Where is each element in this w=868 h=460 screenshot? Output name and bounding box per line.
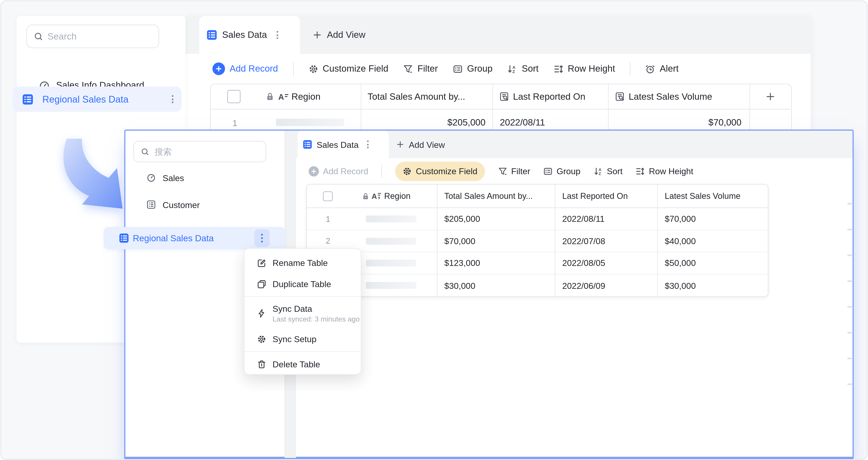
bg-tab-sales-data[interactable]: Sales Data <box>199 16 300 54</box>
bg-header-last-label: Last Reported On <box>513 91 585 102</box>
fg-row-last-cell[interactable]: 2022/08/11 <box>555 208 658 230</box>
gear-icon <box>403 167 412 176</box>
group-icon <box>544 167 553 176</box>
row-number: 1 <box>326 214 330 223</box>
bg-toolbar: Add Record Customize Field Filter Group … <box>186 54 811 84</box>
bg-row1-last-cell[interactable]: 2022/08/11 <box>493 110 609 130</box>
bg-group-label: Group <box>467 64 492 74</box>
fg-filter-button[interactable]: Filter <box>498 166 530 176</box>
region-placeholder-bar <box>366 238 416 245</box>
fg-row-latest-cell[interactable]: $50,000 <box>658 252 768 275</box>
fg-search-box[interactable] <box>133 141 266 162</box>
table-icon-gray <box>147 200 156 209</box>
menu-divider <box>245 351 361 352</box>
bg-filter-button[interactable]: Filter <box>403 64 438 74</box>
fg-row-total-cell[interactable]: $123,000 <box>437 252 555 275</box>
bg-row-height-button[interactable]: Row Height <box>554 64 615 74</box>
bg-row-height-label: Row Height <box>568 64 615 74</box>
toolbar-divider <box>381 165 382 177</box>
fg-row-last-cell[interactable]: 2022/07/08 <box>555 230 658 252</box>
region-placeholder-bar <box>366 282 416 289</box>
fg-add-view-button[interactable]: Add View <box>396 131 445 158</box>
sort-az-icon: AZ <box>507 64 517 74</box>
bg-header-total[interactable]: Total Sales Amount by... <box>361 84 493 110</box>
bg-add-view-label: Add View <box>327 30 366 40</box>
bg-customize-field-label: Customize Field <box>323 64 389 74</box>
app-canvas: Sales Data Add View Add Record Customize… <box>1 1 867 459</box>
select-all-checkbox[interactable] <box>227 90 241 103</box>
edge-tick <box>847 229 852 230</box>
cell-value: 2022/08/11 <box>500 117 545 128</box>
fg-customize-field-button-highlighted[interactable]: Customize Field <box>395 162 485 181</box>
tab-more-icon[interactable] <box>367 140 369 149</box>
fg-group-button[interactable]: Group <box>544 166 580 176</box>
cell-value: $30,000 <box>444 281 475 290</box>
bg-header-region-label: Region <box>291 91 320 102</box>
bg-alert-button[interactable]: Alert <box>646 64 679 74</box>
fg-sort-button[interactable]: AZ Sort <box>594 166 623 176</box>
menu-item-label: Delete Table <box>273 359 320 369</box>
fg-row-region-cell[interactable]: 1 <box>307 208 437 230</box>
fg-header-latest-volume[interactable]: Latest Sales Volume <box>658 184 768 208</box>
bg-header-last-reported[interactable]: Last Reported On <box>493 84 609 110</box>
add-record-plus-icon <box>212 62 225 75</box>
fg-row-height-button[interactable]: Row Height <box>636 166 693 176</box>
bg-sort-label: Sort <box>522 64 538 74</box>
fg-header-region[interactable]: A Region <box>307 184 437 208</box>
fg-tab-sales-data[interactable]: Sales Data <box>298 131 389 158</box>
fg-row-height-label: Row Height <box>649 166 693 176</box>
menu-item-sync-setup[interactable]: Sync Setup <box>245 328 361 350</box>
bg-search-input[interactable] <box>26 25 159 48</box>
bg-add-record-button[interactable]: Add Record <box>212 62 278 75</box>
bg-group-button[interactable]: Group <box>453 64 492 74</box>
fg-search-input[interactable] <box>133 141 266 162</box>
bg-row1-latest-cell[interactable]: $70,000 <box>609 110 750 130</box>
cell-value: $205,000 <box>447 117 486 128</box>
cell-value: 2022/07/08 <box>562 236 605 246</box>
tab-more-icon[interactable] <box>277 31 278 39</box>
bg-header-region[interactable]: A Region <box>211 84 361 110</box>
menu-item-rename-table[interactable]: Rename Table <box>245 252 361 274</box>
menu-item-duplicate-table[interactable]: Duplicate Table <box>245 274 361 294</box>
fg-sidebar-item-sales[interactable]: Sales <box>138 169 184 187</box>
menu-item-sync-data[interactable]: Sync Data Last synced: 3 minutes ago <box>245 298 361 328</box>
menu-item-label: Duplicate Table <box>273 279 331 289</box>
fg-row-total-cell[interactable]: $30,000 <box>437 274 555 296</box>
bg-sidebar-item-regional-sales[interactable]: Regional Sales Data <box>12 87 182 112</box>
fg-row-total-cell[interactable]: $70,000 <box>437 230 555 252</box>
bg-row1-total-cell[interactable]: $205,000 <box>361 110 493 130</box>
bg-row1-region-cell[interactable]: 1 <box>211 110 361 130</box>
fg-row-last-cell[interactable]: 2022/08/05 <box>555 252 658 275</box>
fg-sidebar-item-label: Customer <box>163 200 200 209</box>
cell-value: $70,000 <box>444 236 475 246</box>
fg-header-last-reported[interactable]: Last Reported On <box>555 184 658 208</box>
rename-icon <box>257 258 266 267</box>
more-button[interactable] <box>254 229 270 247</box>
search-icon <box>141 147 149 156</box>
fg-row-last-cell[interactable]: 2022/06/09 <box>555 274 658 296</box>
fg-sidebar-item-regional-sales-selected[interactable]: Regional Sales Data <box>104 227 285 249</box>
menu-item-label: Sync Setup <box>273 334 316 344</box>
text-field-icon: A <box>278 91 289 102</box>
menu-item-delete-table[interactable]: Delete Table <box>245 353 361 375</box>
gear-icon <box>257 335 266 344</box>
bg-add-field-button[interactable] <box>750 84 791 110</box>
bg-sort-button[interactable]: AZ Sort <box>507 64 538 74</box>
filter-icon <box>498 167 507 176</box>
fg-header-total[interactable]: Total Sales Amount by... <box>437 184 555 208</box>
fg-row-total-cell[interactable]: $205,000 <box>437 208 555 230</box>
fg-row-latest-cell[interactable]: $40,000 <box>658 230 768 252</box>
bg-header-latest-volume[interactable]: Latest Sales Volume <box>609 84 750 110</box>
fg-add-record-button-disabled: Add Record <box>309 166 368 176</box>
fg-row-latest-cell[interactable]: $70,000 <box>658 208 768 230</box>
bg-customize-field-button[interactable]: Customize Field <box>308 64 389 74</box>
more-icon[interactable] <box>172 95 174 103</box>
fg-row-latest-cell[interactable]: $30,000 <box>658 274 768 296</box>
select-all-checkbox[interactable] <box>323 191 333 201</box>
fg-header-region-label: Region <box>384 192 410 201</box>
lock-icon <box>363 192 369 200</box>
gear-icon <box>308 64 318 74</box>
bg-add-view-button[interactable]: Add View <box>313 16 366 54</box>
fg-sidebar-item-customer[interactable]: Customer <box>138 195 200 214</box>
bg-search-box[interactable] <box>26 25 159 48</box>
